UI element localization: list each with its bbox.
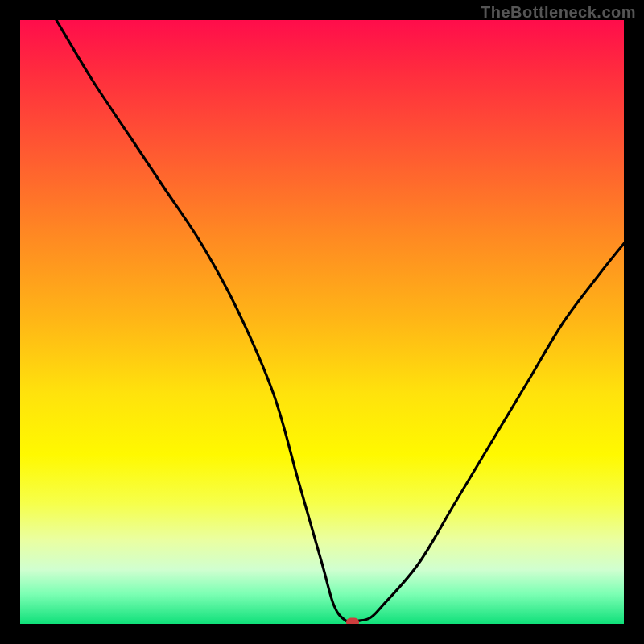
watermark-text: TheBottleneck.com	[481, 3, 636, 22]
optimal-point-marker	[346, 617, 359, 624]
plot-area	[20, 20, 624, 624]
chart-frame: TheBottleneck.com	[0, 0, 644, 644]
bottleneck-curve	[20, 20, 624, 624]
